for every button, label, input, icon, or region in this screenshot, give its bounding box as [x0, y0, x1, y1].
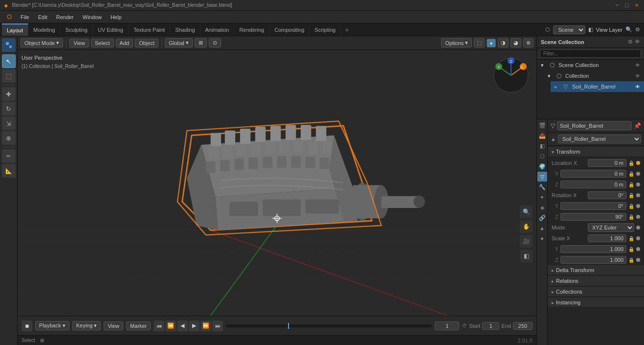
location-y-lock[interactable]: 🔒 — [628, 171, 634, 177]
view-menu-btn[interactable]: View — [69, 39, 89, 47]
particles-tab[interactable]: ✦ — [537, 192, 547, 202]
outliner-object[interactable]: ▸ ▽ Soil_Roller_Barrel 👁 — [551, 81, 644, 92]
world-tab[interactable]: 🌍 — [537, 161, 547, 171]
delta-transform-header[interactable]: ▸ Delta Transform — [548, 265, 644, 276]
scale-x-dot[interactable] — [636, 236, 640, 240]
scale-z-lock[interactable]: 🔒 — [628, 257, 634, 263]
solid-btn[interactable]: ● — [487, 39, 496, 47]
global-btn[interactable]: Global ▾ — [165, 38, 193, 47]
object-mode-btn[interactable]: Object Mode ▾ — [21, 38, 63, 47]
menu-edit[interactable]: Edit — [34, 13, 51, 21]
tab-layout[interactable]: Layout — [2, 23, 28, 36]
wireframe-btn[interactable]: ⬚ — [474, 38, 485, 47]
timeline-settings-btn[interactable]: ⏺ — [22, 321, 32, 331]
rotation-x-lock[interactable]: 🔒 — [628, 193, 634, 198]
menu-window[interactable]: Window — [79, 13, 106, 21]
location-y-value[interactable]: 0 m — [560, 170, 626, 178]
snapping-btn[interactable]: ⊞ — [195, 38, 207, 47]
location-x-dot[interactable] — [636, 161, 640, 165]
step-back-btn[interactable]: ⏪ — [165, 321, 176, 331]
transform-tool-btn[interactable]: ⊕ — [2, 131, 16, 145]
tab-animation[interactable]: Animation — [200, 23, 235, 36]
rotate-tool-btn[interactable]: ↻ — [2, 102, 16, 115]
mode-select-btn[interactable] — [2, 38, 16, 52]
tab-sculpting[interactable]: Sculpting — [61, 23, 93, 36]
scale-x-lock[interactable]: 🔒 — [628, 236, 634, 241]
material-tab[interactable]: ● — [537, 233, 547, 243]
output-props-tab[interactable]: 📤 — [537, 131, 547, 140]
jump-end-btn[interactable]: ⏭ — [212, 321, 223, 331]
select-tool-btn[interactable]: ↖ — [2, 54, 16, 68]
rotation-y-lock[interactable]: 🔒 — [628, 204, 634, 209]
outliner-filter-icon[interactable]: ⚙ — [628, 39, 633, 45]
play-back-btn[interactable]: ◀ — [177, 321, 188, 331]
pan-icon[interactable]: ✋ — [520, 220, 533, 233]
outliner-collection[interactable]: ▾ ⬡ Collection 👁 — [544, 70, 644, 81]
location-x-value[interactable]: 0 m — [588, 159, 626, 167]
menu-blender[interactable]: ⬡ — [3, 13, 16, 21]
scale-tool-btn[interactable]: ⇲ — [2, 116, 16, 130]
end-frame-input[interactable] — [513, 322, 533, 330]
timeline-track[interactable] — [226, 324, 432, 327]
transform-section-header[interactable]: ▾ Transform — [548, 147, 644, 157]
view-timeline-btn[interactable]: View — [104, 322, 123, 330]
pin-icon[interactable]: 📌 — [634, 122, 641, 129]
rotation-z-dot[interactable] — [636, 215, 640, 219]
toggle-overlay-btn[interactable]: ⊛ — [523, 38, 533, 47]
close-button[interactable]: × — [633, 2, 640, 9]
menu-help[interactable]: Help — [107, 13, 126, 21]
rotation-y-dot[interactable] — [636, 204, 640, 208]
render-preview-btn[interactable]: ◕ — [511, 38, 521, 47]
proportional-btn[interactable]: ⊙ — [209, 38, 221, 47]
object-name-input[interactable] — [557, 121, 632, 130]
select-menu-btn[interactable]: Select — [91, 39, 114, 47]
add-workspace-button[interactable]: + — [341, 23, 353, 36]
current-frame-input[interactable]: 1 — [435, 322, 459, 330]
move-tool-btn[interactable]: ✚ — [2, 87, 16, 101]
collection-eye[interactable]: 👁 — [635, 73, 640, 79]
rotation-z-lock[interactable]: 🔒 — [628, 214, 634, 220]
search-icon[interactable]: 🔍 — [625, 26, 632, 33]
tab-shading[interactable]: Shading — [170, 23, 200, 36]
instancing-header[interactable]: ▸ Instancing — [548, 298, 644, 308]
maximize-button[interactable]: □ — [623, 2, 630, 9]
location-x-lock[interactable]: 🔒 — [628, 161, 634, 166]
physics-tab[interactable]: ◈ — [537, 203, 547, 212]
navigation-gizmo[interactable]: X Y Z — [491, 56, 531, 95]
scene-collection-eye[interactable]: 👁 — [635, 63, 640, 68]
camera-icon[interactable]: 🎥 — [520, 235, 533, 248]
collections-header[interactable]: ▸ Collections — [548, 287, 644, 297]
perspective-toggle-icon[interactable]: ◧ — [520, 250, 533, 262]
view-layer-tab[interactable]: ◧ — [537, 141, 547, 151]
playback-btn[interactable]: Playback ▾ — [35, 321, 69, 330]
scale-y-dot[interactable] — [636, 247, 640, 251]
scale-y-value[interactable]: 1.000 — [560, 245, 626, 253]
menu-render[interactable]: Render — [52, 13, 78, 21]
marker-btn[interactable]: Marker — [126, 322, 151, 330]
tab-compositing[interactable]: Compositing — [269, 23, 310, 36]
add-menu-btn[interactable]: Add — [116, 39, 133, 47]
modifier-tab[interactable]: 🔧 — [537, 182, 547, 192]
render-props-tab[interactable]: 🎬 — [537, 120, 547, 130]
object-eye[interactable]: 👁 — [635, 84, 640, 90]
lookdev-btn[interactable]: ◑ — [498, 38, 509, 47]
keying-btn[interactable]: Keying ▾ — [72, 321, 101, 330]
rotation-y-value[interactable]: 0° — [560, 202, 626, 210]
location-z-value[interactable]: 0 m — [560, 181, 626, 188]
mesh-datablock-select[interactable]: Soil_Roller_Barrel — [558, 135, 641, 143]
scale-x-value[interactable]: 1.000 — [588, 234, 626, 242]
options-btn[interactable]: Options ▾ — [441, 38, 472, 47]
scale-y-lock[interactable]: 🔒 — [628, 247, 634, 252]
location-y-dot[interactable] — [636, 172, 640, 176]
constraints-tab[interactable]: 🔗 — [537, 213, 547, 223]
scene-select[interactable]: Scene — [553, 25, 585, 34]
outliner-search-input[interactable] — [540, 49, 641, 58]
filter-icon[interactable]: ⚙ — [635, 26, 640, 33]
measure-btn[interactable]: 📐 — [2, 164, 16, 178]
rotation-mode-select[interactable]: XYZ Euler — [588, 223, 634, 232]
tab-texture-paint[interactable]: Texture Paint — [129, 23, 170, 36]
mode-dot[interactable] — [636, 226, 640, 230]
step-forward-btn[interactable]: ⏩ — [200, 321, 211, 331]
box-select-btn[interactable]: ⬚ — [2, 69, 16, 83]
location-z-dot[interactable] — [636, 183, 640, 186]
